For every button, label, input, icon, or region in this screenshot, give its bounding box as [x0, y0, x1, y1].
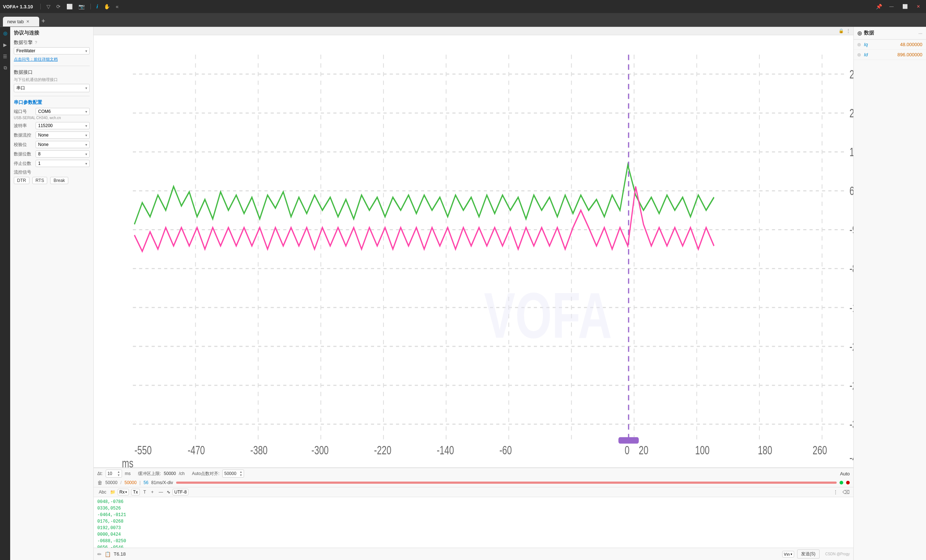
file2-icon[interactable]: 📋	[104, 551, 111, 557]
serial-config-section: 串口参数配置 端口号 COM6 ▾ USB-SERIAL CH340, wch.…	[14, 99, 90, 184]
win-close[interactable]: ✕	[914, 3, 923, 10]
interface-arrow-icon: ▾	[85, 86, 87, 90]
prog-unit: 81ms/X-div	[151, 480, 173, 485]
serial-config-title: 串口参数配置	[14, 99, 90, 106]
data-engine-label: 数据引擎 ?	[14, 39, 90, 46]
svg-text:-803.95: -803.95	[849, 262, 853, 275]
iq-value: 48.000000	[900, 42, 922, 47]
svg-text:2754.298: 2754.298	[849, 68, 853, 81]
encoding-select[interactable]: UTF-8	[172, 489, 188, 495]
more-panel-icon[interactable]: ···	[918, 30, 922, 36]
newline-select[interactable]: \r\n ▾	[782, 551, 794, 557]
hand-icon[interactable]: ✋	[102, 3, 112, 10]
auto-spinbox-up[interactable]: ▲	[240, 470, 242, 474]
format-t-button[interactable]: T	[142, 489, 147, 495]
auto-align-spinbox[interactable]: 50000 ▲ ▼	[222, 469, 244, 478]
data-engine-help[interactable]: ?	[35, 40, 37, 45]
abc-format-button[interactable]: Abc	[97, 489, 108, 495]
tab-new-tab[interactable]: new tab ✕	[3, 17, 39, 27]
progress-fill	[176, 481, 837, 484]
left-panel: 协议与连接 数据引擎 ? FireWater ▾ 点击问号：前往详细文档 数据接…	[10, 27, 94, 560]
data-panel-title: ◎ 数据	[857, 30, 874, 36]
spinbox-arrows[interactable]: ▲ ▼	[117, 470, 120, 477]
nav-icon[interactable]: «	[114, 3, 120, 10]
pencil-icon[interactable]: ✏	[97, 551, 102, 557]
auto-spinbox-down[interactable]: ▼	[240, 474, 242, 477]
svg-text:VOFA: VOFA	[484, 279, 612, 351]
data-panel: ◎ 数据 ··· ◎ Iq 48.000000 ◎ Id 896.000000	[853, 27, 926, 560]
eraser-icon[interactable]: ⌫	[843, 489, 850, 495]
camera-icon[interactable]: 📷	[77, 3, 86, 10]
svg-rect-0	[94, 35, 853, 468]
rts-button[interactable]: RTS	[32, 177, 48, 184]
send-button[interactable]: 发送(S)	[797, 549, 820, 558]
win-restore[interactable]: ⬜	[899, 3, 911, 10]
iq-label: Iq	[864, 42, 897, 47]
lock-icon[interactable]: 🔒	[838, 28, 844, 33]
auto-button[interactable]: Auto	[840, 471, 850, 477]
parity-select[interactable]: None ▾	[36, 141, 90, 148]
vofa-icon[interactable]: ▽	[45, 3, 52, 10]
prog-num: 56	[144, 480, 148, 485]
spinbox-up[interactable]: ▲	[117, 470, 120, 474]
port-select[interactable]: COM6 ▾	[36, 108, 90, 115]
svg-text:-140: -140	[437, 444, 454, 457]
minus-button[interactable]: —	[157, 489, 165, 495]
box-icon[interactable]: ⬜	[65, 3, 74, 10]
separator2	[91, 4, 91, 9]
pin-icon[interactable]: 📌	[875, 3, 884, 10]
port-label: 端口号	[14, 109, 36, 115]
break-button[interactable]: Break	[50, 177, 68, 184]
data-interface-row: 串口 ▾	[14, 84, 90, 92]
newline-arrow: ▾	[791, 552, 792, 556]
trash-icon[interactable]: 🗑	[97, 480, 102, 486]
info-icon[interactable]: i	[95, 3, 100, 10]
chart-area[interactable]: 2754.298 2042.649 1330.999 619.349 -92.3…	[94, 35, 853, 468]
rx-arrow: ▾	[125, 490, 127, 494]
id-eye-icon[interactable]: ◎	[857, 52, 861, 57]
sidebar-copy-icon[interactable]: ⧉	[1, 64, 9, 72]
plus-button[interactable]: +	[150, 489, 155, 495]
link-icon[interactable]: ⟳	[55, 3, 62, 10]
sidebar-protocol-icon[interactable]: ◎	[1, 29, 9, 37]
dtr-button[interactable]: DTR	[14, 177, 29, 184]
stopbits-label: 停止位数	[14, 160, 36, 167]
data-engine-select[interactable]: FireWater ▾	[14, 47, 90, 54]
data-panel-header: ◎ 数据 ···	[854, 27, 926, 39]
send-input[interactable]	[113, 551, 779, 557]
separator1	[40, 4, 41, 9]
panel-title: 协议与连接	[14, 30, 90, 36]
flow-select[interactable]: None ▾	[36, 132, 90, 139]
auto-spinbox-arrows[interactable]: ▲ ▼	[240, 470, 242, 477]
more-icon[interactable]: ⋮	[846, 28, 850, 33]
baud-select[interactable]: 115200 ▾	[36, 122, 90, 129]
data-engine-row: FireWater ▾	[14, 47, 90, 54]
delta-spinbox[interactable]: 10 ▲ ▼	[106, 469, 122, 478]
svg-text:1330.999: 1330.999	[849, 145, 853, 159]
engine-doc-link[interactable]: 点击问号：前往详细文档	[14, 57, 90, 62]
more-vert-icon[interactable]: ⋮	[833, 489, 838, 495]
flow-row: 数据流控 None ▾	[14, 132, 90, 139]
svg-text:-470: -470	[188, 444, 205, 457]
sidebar-layers-icon[interactable]: ☰	[1, 52, 9, 60]
chart-svg: 2754.298 2042.649 1330.999 619.349 -92.3…	[94, 35, 853, 468]
stopbits-select[interactable]: 1 ▾	[36, 160, 90, 167]
win-minimize[interactable]: —	[887, 3, 897, 10]
tab-add-button[interactable]: +	[41, 18, 45, 27]
sidebar-run-icon[interactable]: ▶	[1, 41, 9, 48]
svg-text:-550: -550	[135, 444, 151, 457]
iq-eye-icon[interactable]: ◎	[857, 42, 861, 47]
rx-select[interactable]: Rx ▾	[118, 489, 129, 495]
tx-select[interactable]: Tx	[131, 489, 139, 495]
tab-close-icon[interactable]: ✕	[26, 19, 29, 24]
databits-arrow-icon: ▾	[85, 152, 87, 156]
svg-text:-1515.6: -1515.6	[849, 301, 853, 315]
file-icon[interactable]: 📁	[110, 490, 115, 495]
stopbits-row: 停止位数 1 ▾	[14, 160, 90, 167]
spinbox-down[interactable]: ▼	[117, 474, 120, 477]
databits-select[interactable]: 8 ▾	[36, 150, 90, 157]
engine-arrow-icon: ▾	[85, 49, 87, 53]
wave-icon: ∿	[167, 490, 170, 495]
data-interface-select[interactable]: 串口 ▾	[14, 84, 90, 92]
data-line-5: 0000,0424	[97, 531, 850, 538]
